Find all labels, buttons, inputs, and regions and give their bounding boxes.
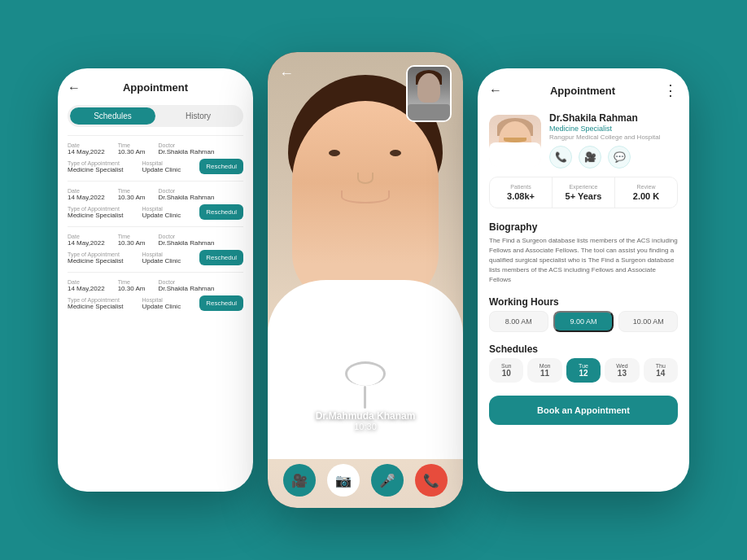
appt-type-field: Type of Appointment Medicine Specialist [68, 252, 123, 265]
appt-type-value: Medicine Specialist [68, 166, 123, 173]
reschedule-button[interactable]: Reschedul [199, 295, 243, 311]
tab-history[interactable]: History [155, 107, 241, 125]
screen3-doctor-profile: ← Appointment ⋮ Dr.Shakila Rahman Medici… [478, 68, 689, 492]
appt-time-field: Time 10.30 Am [118, 142, 146, 155]
stats-row: Patients 3.08k+ Experience 5+ Years Revi… [489, 177, 678, 208]
tab-schedules[interactable]: Schedules [70, 107, 155, 125]
appt-doctor-field: Doctor Dr.Shakila Rahman [158, 188, 214, 201]
wh-option-2[interactable]: 10.00 AM [618, 311, 678, 332]
day-tue[interactable]: Tue 12 [566, 358, 601, 383]
call-icon[interactable]: 📞 [549, 146, 572, 168]
appt-date-field: Date 14 May,2022 [68, 188, 105, 201]
appt-type-value: Medicine Specialist [68, 303, 123, 310]
day-tue-num: 12 [568, 369, 599, 378]
screen3-back-button[interactable]: ← [489, 83, 502, 98]
day-thu[interactable]: Thu 14 [644, 358, 678, 383]
video-call-time: 10:30 [268, 422, 463, 431]
message-icon[interactable]: 💬 [608, 146, 631, 168]
mic-toggle-button[interactable]: 🎤 [371, 464, 404, 497]
appointment-item: Date 14 May,2022 Time 10.30 Am Doctor Dr… [68, 135, 243, 181]
appt-row2: Type of Appointment Medicine Specialist … [68, 159, 243, 174]
video-toggle-button[interactable]: 🎥 [283, 464, 316, 497]
day-sun-name: Sun [491, 363, 522, 369]
stat-experience-label: Experience [556, 184, 611, 190]
appt-hospital-label: Hospital [142, 297, 181, 303]
doctor-specialty: Medicine Specialist [549, 125, 661, 133]
appt-hospital-label: Hospital [142, 252, 181, 257]
wh-option-1[interactable]: 9.00 AM [553, 311, 614, 332]
appt-doctor-field: Doctor Dr.Shakila Rahman [158, 279, 214, 292]
stat-patients: Patients 3.08k+ [490, 177, 553, 208]
appt-time-label: Time [118, 279, 146, 285]
small-video-preview [406, 65, 452, 122]
appt-date-label: Date [68, 188, 105, 194]
stat-review-label: Review [618, 184, 674, 190]
appt-date-label: Date [68, 234, 105, 239]
reschedule-button[interactable]: Reschedul [199, 204, 243, 220]
appt-hospital-label: Hospital [142, 206, 181, 212]
appt-hospital-field: Hospital Update Clinic [142, 297, 181, 310]
appt-type-field: Type of Appointment Medicine Specialist [68, 160, 123, 173]
appt-doctor-value: Dr.Shakila Rahman [158, 239, 214, 247]
appt-hospital-value: Update Clinic [142, 212, 181, 219]
day-mon-num: 11 [529, 369, 560, 378]
appt-time-value: 10.30 Am [118, 285, 146, 292]
doctor-hospital: Rangpur Medical College and Hospital [549, 133, 661, 141]
doctor-avatar [489, 115, 541, 167]
doctor-action-icons: 📞 🎥 💬 [549, 146, 661, 168]
appt-hospital-value: Update Clinic [142, 303, 181, 310]
working-hours-options: 8.00 AM 9.00 AM 10.00 AM [478, 311, 689, 340]
appt-type-label: Type of Appointment [68, 252, 123, 257]
appt-hospital-value: Update Clinic [142, 257, 181, 265]
appointment-item: Date 14 May,2022 Time 10.30 Am Doctor Dr… [68, 272, 243, 317]
doctor-info: Dr.Shakila Rahman Medicine Specialist Ra… [549, 112, 661, 168]
appt-doctor-field: Doctor Dr.Shakila Rahman [158, 142, 214, 155]
screen1-back-button[interactable]: ← [68, 81, 81, 95]
appt-time-field: Time 10.30 Am [118, 234, 146, 247]
appt-type-label: Type of Appointment [68, 206, 123, 212]
appt-row2: Type of Appointment Medicine Specialist … [68, 295, 243, 311]
appt-date-value: 14 May,2022 [68, 285, 105, 292]
appt-row1: Date 14 May,2022 Time 10.30 Am Doctor Dr… [68, 188, 243, 201]
appt-date-field: Date 14 May,2022 [68, 279, 105, 292]
appt-row2: Type of Appointment Medicine Specialist … [68, 204, 243, 220]
screen1-appointment-list: ← Appointment Schedules History Date 14 … [58, 68, 253, 492]
day-mon[interactable]: Mon 11 [527, 358, 561, 383]
wh-option-0[interactable]: 8.00 AM [489, 311, 548, 332]
screen3-more-button[interactable]: ⋮ [663, 81, 678, 99]
appt-time-label: Time [118, 188, 146, 194]
day-sun[interactable]: Sun 10 [489, 358, 523, 383]
stat-review: Review 2.00 K [615, 177, 677, 208]
biography-text: The Find a Surgeon database lists member… [478, 236, 689, 293]
working-hours-title: Working Hours [478, 293, 689, 311]
camera-toggle-button[interactable]: 📷 [327, 464, 360, 497]
doctor-name: Dr.Shakila Rahman [549, 112, 661, 124]
video-back-button[interactable]: ← [279, 65, 294, 82]
appt-row1: Date 14 May,2022 Time 10.30 Am Doctor Dr… [68, 279, 243, 292]
appointment-list: Date 14 May,2022 Time 10.30 Am Doctor Dr… [58, 135, 253, 492]
appt-time-field: Time 10.30 Am [118, 188, 146, 201]
end-call-button[interactable]: 📞 [415, 464, 448, 497]
appt-doctor-value: Dr.Shakila Rahman [158, 148, 214, 155]
reschedule-button[interactable]: Reschedul [199, 250, 243, 265]
screen2-video-call: ← Dr.Mahmuda Khanam 10:30 🎥 📷 🎤 📞 [268, 52, 463, 508]
day-mon-name: Mon [529, 363, 560, 369]
reschedule-button[interactable]: Reschedul [199, 159, 243, 174]
appt-time-label: Time [118, 142, 146, 148]
appt-date-label: Date [68, 279, 105, 285]
day-wed-num: 13 [606, 369, 637, 378]
video-icon[interactable]: 🎥 [579, 146, 601, 168]
appt-hospital-label: Hospital [142, 160, 181, 166]
appt-date-field: Date 14 May,2022 [68, 234, 105, 247]
appt-type-field: Type of Appointment Medicine Specialist [68, 206, 123, 219]
appt-row1: Date 14 May,2022 Time 10.30 Am Doctor Dr… [68, 142, 243, 155]
appt-row1: Date 14 May,2022 Time 10.30 Am Doctor Dr… [68, 234, 243, 247]
appt-hospital-value: Update Clinic [142, 166, 181, 173]
appt-time-value: 10.30 Am [118, 194, 146, 201]
video-doctor-name: Dr.Mahmuda Khanam [268, 410, 463, 422]
day-wed[interactable]: Wed 13 [605, 358, 639, 383]
appt-date-value: 14 May,2022 [68, 239, 105, 247]
book-appointment-button[interactable]: Book an Appointment [489, 396, 678, 425]
appt-doctor-field: Doctor Dr.Shakila Rahman [158, 234, 214, 247]
appt-date-field: Date 14 May,2022 [68, 142, 105, 155]
